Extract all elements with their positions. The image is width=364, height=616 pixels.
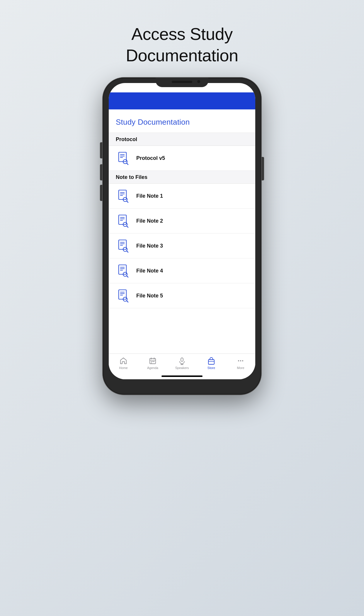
- tab-more-label: More: [237, 366, 244, 370]
- tab-agenda-label: Agenda: [147, 366, 158, 370]
- phone-screen: Study Documentation Protocol: [109, 83, 255, 379]
- section-protocol-title: Protocol: [116, 136, 248, 143]
- section-notetofiles-header: Note to Files: [109, 171, 255, 184]
- speakers-icon: [178, 357, 186, 365]
- doc-item-label-5: File Note 5: [136, 293, 163, 299]
- doc-item-label: Protocol v5: [136, 155, 165, 161]
- doc-search-icon: [116, 150, 131, 166]
- tab-store[interactable]: Store: [200, 357, 223, 370]
- phone-frame: Study Documentation Protocol: [103, 78, 261, 395]
- list-item-file-note-3[interactable]: File Note 3: [109, 233, 255, 258]
- tab-speakers-label: Speakers: [175, 366, 189, 370]
- more-icon: [237, 357, 245, 365]
- tab-home-label: Home: [119, 366, 127, 370]
- svg-rect-0: [119, 152, 126, 162]
- notch: [156, 78, 208, 87]
- svg-rect-41: [152, 361, 153, 362]
- doc-item-label-2: File Note 2: [136, 218, 163, 224]
- doc-page-title: Study Documentation: [116, 118, 248, 127]
- tab-bar: Home: [109, 353, 255, 379]
- tab-speakers[interactable]: Speakers: [170, 357, 194, 370]
- tab-more[interactable]: More: [229, 357, 252, 370]
- svg-line-35: [127, 301, 128, 302]
- list-item-file-note-4[interactable]: File Note 4: [109, 258, 255, 283]
- svg-rect-12: [119, 215, 126, 224]
- svg-line-17: [127, 226, 128, 227]
- home-icon: [119, 357, 127, 365]
- doc-search-icon-1: [116, 188, 131, 204]
- app-header-bar: [109, 92, 255, 109]
- content-scroll: Study Documentation Protocol: [109, 109, 255, 353]
- doc-item-label-4: File Note 4: [136, 268, 163, 274]
- svg-line-11: [127, 201, 128, 202]
- doc-search-icon-2: [116, 213, 131, 229]
- svg-rect-47: [208, 360, 214, 364]
- tab-store-label: Store: [207, 366, 215, 370]
- store-icon: [207, 357, 215, 365]
- tab-home[interactable]: Home: [112, 357, 135, 370]
- svg-point-51: [242, 360, 243, 361]
- svg-rect-18: [119, 240, 126, 249]
- svg-point-49: [238, 360, 239, 361]
- list-item-file-note-1[interactable]: File Note 1: [109, 184, 255, 209]
- agenda-icon: [149, 357, 157, 365]
- svg-rect-30: [119, 290, 126, 299]
- section-protocol-header: Protocol: [109, 133, 255, 146]
- svg-line-5: [127, 163, 128, 165]
- doc-search-icon-5: [116, 288, 131, 303]
- svg-rect-42: [154, 361, 154, 362]
- svg-rect-44: [181, 358, 183, 361]
- app-content: Study Documentation Protocol: [109, 109, 255, 379]
- notch-camera: [197, 80, 200, 83]
- list-item-file-note-2[interactable]: File Note 2: [109, 209, 255, 233]
- doc-page-header: Study Documentation: [109, 109, 255, 133]
- doc-item-label-3: File Note 3: [136, 243, 163, 249]
- page-title-section: Access Study Documentation: [126, 23, 238, 66]
- page-title: Access Study Documentation: [126, 23, 238, 66]
- doc-item-label-1: File Note 1: [136, 193, 163, 199]
- svg-rect-24: [119, 265, 126, 274]
- svg-rect-6: [119, 190, 126, 199]
- svg-point-50: [240, 360, 241, 361]
- svg-line-23: [127, 251, 128, 252]
- notch-speaker: [172, 81, 192, 83]
- list-item-file-note-5[interactable]: File Note 5: [109, 283, 255, 308]
- doc-search-icon-4: [116, 263, 131, 278]
- svg-rect-40: [151, 361, 152, 362]
- doc-search-icon-3: [116, 238, 131, 253]
- tab-agenda[interactable]: Agenda: [141, 357, 164, 370]
- svg-rect-43: [151, 363, 152, 363]
- list-item-protocol-v5[interactable]: Protocol v5: [109, 146, 255, 171]
- section-notetofiles-title: Note to Files: [116, 174, 248, 180]
- svg-line-29: [127, 276, 128, 277]
- home-indicator: [161, 375, 203, 377]
